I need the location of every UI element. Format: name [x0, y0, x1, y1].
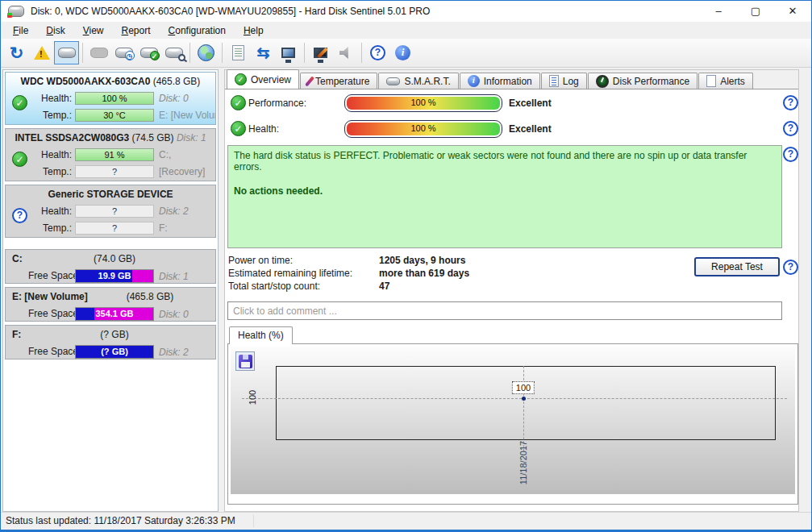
disk-size: (465.8 GB): [153, 76, 201, 87]
disk-panel-wdc[interactable]: WDC WD5000AAKX-603CA0 (465.8 GB) Health:…: [5, 72, 216, 125]
disk-status-unknown-icon: [12, 208, 27, 223]
alert-settings-button[interactable]: [29, 41, 54, 64]
about-button[interactable]: [390, 41, 415, 64]
tab-overview[interactable]: Overview: [227, 69, 299, 89]
status-bar: Status last updated: 11/18/2017 Saturday…: [1, 512, 811, 530]
performance-label: Performance:: [248, 98, 306, 109]
sounds-button[interactable]: [333, 41, 358, 64]
menu-view[interactable]: View: [74, 23, 113, 38]
tab-log[interactable]: Log: [541, 73, 587, 89]
disk-schedule-button[interactable]: ◷: [111, 41, 136, 64]
menu-help[interactable]: Help: [235, 23, 273, 38]
status-bar-text: Status last updated: 11/18/2017 Saturday…: [6, 515, 235, 526]
toolbar-separator: [361, 43, 362, 63]
disk-analyse-button[interactable]: [161, 41, 186, 64]
health-bar: 100 %: [75, 92, 154, 105]
tab-alerts[interactable]: Alerts: [698, 73, 753, 89]
tab-smart[interactable]: S.M.A.R.T.: [378, 73, 458, 89]
send-report-button[interactable]: ⇆: [251, 41, 276, 64]
temp-label: Temp.:: [27, 166, 72, 177]
tab-label: Alerts: [720, 76, 745, 87]
disk-number: Disk: 0: [159, 309, 189, 320]
data-point-label[interactable]: 100: [512, 381, 535, 394]
tab-disk-performance[interactable]: Disk Performance: [588, 73, 697, 89]
disk-name: Generic STORAGE DEVICE: [48, 189, 173, 200]
data-point-marker[interactable]: [522, 397, 526, 401]
globe-icon: [198, 44, 214, 61]
free-space-label: Free Space: [28, 308, 78, 319]
toolbar-separator: [189, 43, 190, 63]
disk-number: Disk: 2: [159, 206, 189, 217]
app-icon: [8, 6, 24, 17]
toolbar-separator: [82, 43, 83, 63]
minimize-button[interactable]: –: [700, 1, 737, 22]
health-rating: Excellent: [509, 123, 552, 135]
performance-rating: Excellent: [509, 98, 552, 109]
network-remote-button[interactable]: [276, 41, 301, 64]
tab-label: Log: [563, 76, 579, 87]
speaker-icon: [339, 47, 352, 59]
partition-panel-e[interactable]: E: [New Volume] (465.8 GB) Free Space 35…: [5, 287, 216, 322]
disk-panel-generic[interactable]: Generic STORAGE DEVICE Health: ? Disk: 2…: [5, 185, 216, 238]
comment-input[interactable]: [227, 301, 782, 320]
remote-control-button[interactable]: [308, 41, 333, 64]
status-bar-separator: [253, 515, 254, 527]
refresh-icon: ↻: [10, 44, 24, 63]
disk-volumes: F:: [159, 222, 168, 234]
report-button[interactable]: [226, 41, 251, 64]
health-label: Health:: [27, 149, 72, 160]
disk-size: (74.5 GB): [132, 132, 174, 143]
startstop-label: Total start/stop count:: [228, 281, 320, 292]
disk-panel-intel[interactable]: INTEL SSDSA2CW080G3 (74.5 GB) Disk: 1 He…: [5, 128, 216, 181]
partition-panel-c[interactable]: C: (74.0 GB) Free Space 19.9 GB Disk: 1: [5, 249, 216, 284]
disk-overview-button[interactable]: [54, 41, 79, 64]
chart-gridline-horizontal: [242, 398, 787, 399]
tab-bar: Overview Temperature S.M.A.R.T. Informat…: [225, 70, 798, 89]
tab-label: Overview: [251, 74, 291, 85]
menu-bar: File Disk View Report Configuration Help: [1, 22, 811, 39]
network-computer-icon: [281, 48, 295, 58]
smart-disk-icon: [386, 77, 400, 85]
free-space-value: (? GB): [76, 346, 153, 358]
repeat-test-button[interactable]: Repeat Test: [694, 257, 780, 276]
disk-test-button[interactable]: ✓: [136, 41, 161, 64]
tab-temperature[interactable]: Temperature: [300, 73, 377, 89]
disk-status-textbox: The hard disk status is PERFECT. Problem…: [227, 145, 782, 248]
tab-label: Disk Performance: [613, 76, 689, 87]
repeat-test-help-icon[interactable]: [783, 260, 798, 275]
report-document-icon: [232, 45, 244, 60]
help-button[interactable]: [365, 41, 390, 64]
maximize-button[interactable]: ▢: [737, 1, 774, 22]
power-on-value: 1205 days, 9 hours: [379, 255, 465, 266]
startstop-value: 47: [379, 281, 389, 292]
health-label: Health:: [27, 93, 72, 104]
disk-volumes: E: [New Volume]: [159, 110, 215, 121]
temp-bar: 30 °C: [75, 109, 154, 122]
online-info-button[interactable]: [194, 41, 219, 64]
performance-help-icon[interactable]: [783, 95, 798, 110]
close-button[interactable]: ✕: [774, 1, 811, 22]
tab-information[interactable]: Information: [460, 73, 540, 89]
health-help-icon[interactable]: [783, 121, 798, 136]
menu-disk[interactable]: Disk: [37, 23, 73, 38]
temp-bar: ?: [75, 165, 154, 178]
performance-value: 100 %: [347, 97, 500, 110]
partition-panel-f[interactable]: F: (? GB) Free Space (? GB) Disk: 2: [5, 325, 216, 360]
refresh-button[interactable]: ↻: [4, 41, 29, 64]
save-floppy-icon: [239, 355, 252, 368]
gauge-icon: [596, 75, 609, 88]
alert-icon: [34, 46, 50, 60]
disk-status-ok-icon: [12, 95, 27, 110]
save-chart-button[interactable]: [235, 351, 255, 371]
menu-file[interactable]: File: [4, 23, 37, 38]
status-help-icon[interactable]: [783, 147, 798, 162]
menu-report[interactable]: Report: [113, 23, 160, 38]
disk-clock-icon: ◷: [115, 48, 133, 58]
alerts-pages-icon: [706, 75, 716, 87]
health-value: 100 %: [347, 123, 500, 135]
health-chart-tab[interactable]: Health (%): [229, 326, 293, 344]
free-space-label: Free Space: [28, 346, 78, 357]
health-bar: ?: [75, 205, 154, 218]
partition-name: C:: [12, 253, 23, 264]
menu-configuration[interactable]: Configuration: [160, 23, 235, 38]
